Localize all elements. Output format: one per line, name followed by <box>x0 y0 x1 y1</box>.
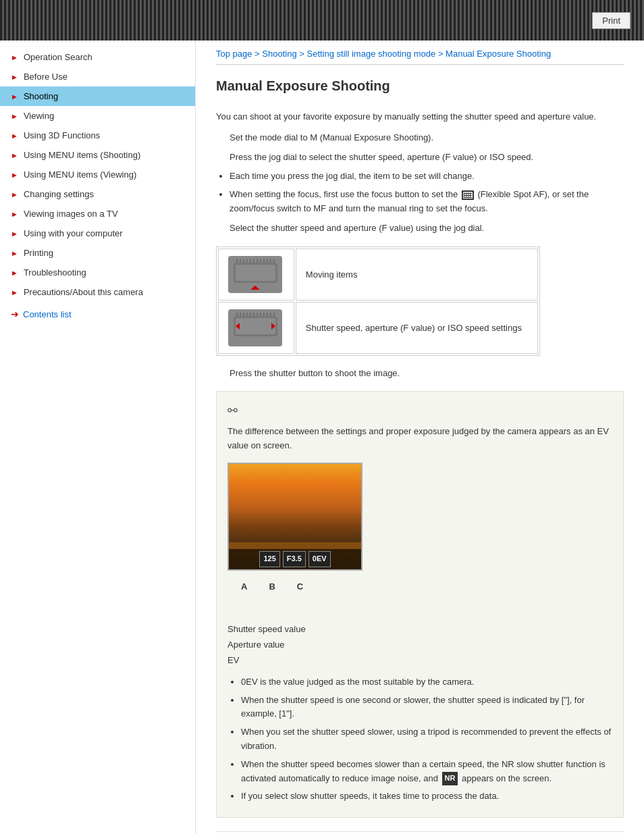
arrow-icon: ► <box>11 210 18 218</box>
page-title: Manual Exposure Shooting <box>216 78 624 99</box>
sidebar-item-label: Before Use <box>24 72 68 82</box>
tip-text: The difference between the settings and … <box>227 425 612 453</box>
contents-list-label: Contents list <box>23 309 72 319</box>
sidebar-item-label: Viewing <box>24 111 54 121</box>
badge-shutter: 125 <box>259 551 279 567</box>
sidebar-item-label: Viewing images on a TV <box>24 209 118 219</box>
breadcrumb-manual[interactable]: Manual Exposure Shooting <box>446 49 551 59</box>
page-layout: ► Operation Search ► Before Use ► Shooti… <box>0 41 644 834</box>
camera-display: 125 F3.5 0EV <box>227 463 363 571</box>
nr-icon: NR <box>442 772 458 785</box>
sidebar-item-menu-shooting[interactable]: ► Using MENU items (Shooting) <box>0 145 195 165</box>
arrow-icon: ► <box>11 190 18 199</box>
bullet2-text: When setting the focus, first use the fo… <box>230 189 458 199</box>
flex-spot-icon <box>462 190 474 200</box>
tip-bullet-4: When the shutter speed becomes slower th… <box>241 758 612 786</box>
svg-rect-1 <box>236 265 275 281</box>
tip-bullets: 0EV is the value judged as the most suit… <box>241 675 612 804</box>
arrow-icon: ► <box>11 249 18 257</box>
sidebar-item-label: Troubleshooting <box>24 267 86 278</box>
arrow-icon: ► <box>11 269 18 277</box>
bullet1-text: Each time you press the jog dial, the it… <box>230 171 475 181</box>
table-cell-text1: Moving items <box>296 249 538 301</box>
label-b: B <box>269 580 275 594</box>
sidebar-item-label: Shooting <box>24 91 58 101</box>
tip-icon: ⚯ <box>227 401 612 421</box>
bullet-item-1: Each time you press the jog dial, the it… <box>230 170 624 184</box>
print-button[interactable]: Print <box>592 12 630 29</box>
step2-label: Press the jog dial to select the shutter… <box>230 152 533 162</box>
horizon-line <box>229 517 361 517</box>
svg-marker-14 <box>250 286 260 290</box>
breadcrumb-shooting[interactable]: Shooting <box>262 49 296 59</box>
sidebar-item-troubleshooting[interactable]: ► Troubleshooting <box>0 263 195 282</box>
tip-bullet-1: 0EV is the value judged as the most suit… <box>241 675 612 689</box>
arrow-icon: ► <box>11 73 18 81</box>
svg-rect-16 <box>236 318 275 334</box>
sidebar-item-operation-search[interactable]: ► Operation Search <box>0 47 195 67</box>
tip-bullet-4b-text: appears on the screen. <box>462 773 552 783</box>
table-row-1: Moving items <box>218 249 538 301</box>
contents-arrow-icon: ➔ <box>11 309 19 319</box>
tip-bullet-5-text: If you select slow shutter speeds, it ta… <box>241 791 499 801</box>
tip-bullet-2-text: When the shutter speed is one second or … <box>241 695 585 719</box>
label-a: A <box>241 580 247 594</box>
step1-label: Set the mode dial to M (Manual Exposure … <box>230 132 433 142</box>
arrow-icon: ► <box>11 151 18 159</box>
arrow-icon: ► <box>11 132 18 140</box>
breadcrumb-top[interactable]: Top page <box>216 49 252 59</box>
arrow-icon: ► <box>11 112 18 120</box>
step2-bullets: Each time you press the jog dial, the it… <box>230 170 624 215</box>
breadcrumb-sep2: > <box>297 49 307 59</box>
dial-table: Moving items <box>216 246 540 356</box>
step3-text: Select the shutter speed and aperture (F… <box>230 221 624 236</box>
table-row-2: Shutter speed, aperture (F value) or ISO… <box>218 302 538 354</box>
dial-image-1 <box>228 256 282 293</box>
ev-label: EV <box>227 652 612 668</box>
sidebar-item-before-use[interactable]: ► Before Use <box>0 67 195 86</box>
label-c: C <box>297 580 303 594</box>
page-number: 68 <box>216 831 624 834</box>
sidebar-item-label: Operation Search <box>24 52 92 62</box>
value-labels: Shutter speed value Aperture value EV <box>227 621 612 669</box>
step2-text: Press the jog dial to select the shutter… <box>230 151 624 165</box>
sky-gradient <box>229 464 361 542</box>
main-content: Top page > Shooting > Setting still imag… <box>196 41 644 834</box>
step4-label: Press the shutter button to shoot the im… <box>230 368 400 378</box>
table-cell-dial2 <box>218 302 294 354</box>
breadcrumb: Top page > Shooting > Setting still imag… <box>216 41 624 65</box>
tip-box: ⚯ The difference between the settings an… <box>216 391 624 818</box>
tip-bullet-3-text: When you set the shutter speed slower, u… <box>241 727 611 751</box>
sidebar-item-menu-viewing[interactable]: ► Using MENU items (Viewing) <box>0 165 195 184</box>
contents-list-link[interactable]: ➔ Contents list <box>0 302 195 326</box>
sidebar-item-precautions[interactable]: ► Precautions/About this camera <box>0 282 195 302</box>
tip-bullet-5: If you select slow shutter speeds, it ta… <box>241 789 612 804</box>
tip-bullet-1-text: 0EV is the value judged as the most suit… <box>241 677 474 687</box>
badge-aperture: F3.5 <box>283 551 306 567</box>
display-overlay: 125 F3.5 0EV <box>229 549 361 569</box>
sidebar-item-3d[interactable]: ► Using 3D Functions <box>0 126 195 145</box>
badge-ev: 0EV <box>308 551 331 567</box>
arrow-icon: ► <box>11 53 18 61</box>
sidebar-item-changing-settings[interactable]: ► Changing settings <box>0 184 195 204</box>
sidebar-item-shooting[interactable]: ► Shooting <box>0 86 195 106</box>
camera-display-wrapper: 125 F3.5 0EV A B C <box>227 463 612 594</box>
sidebar-item-label: Printing <box>24 248 53 258</box>
sidebar-item-label: Using MENU items (Shooting) <box>24 150 140 160</box>
breadcrumb-sep3: > <box>435 49 446 59</box>
breadcrumb-sep1: > <box>252 49 263 59</box>
sidebar-item-computer[interactable]: ► Using with your computer <box>0 224 195 243</box>
sidebar-item-viewing[interactable]: ► Viewing <box>0 106 195 126</box>
sidebar-item-label: Using with your computer <box>24 228 123 238</box>
sidebar-item-viewing-tv[interactable]: ► Viewing images on a TV <box>0 204 195 224</box>
step4-text: Press the shutter button to shoot the im… <box>230 367 624 381</box>
step1-text: Set the mode dial to M (Manual Exposure … <box>230 131 624 145</box>
arrow-icon: ► <box>11 288 18 296</box>
breadcrumb-setting[interactable]: Setting still image shooting mode <box>306 49 435 59</box>
sidebar-item-printing[interactable]: ► Printing <box>0 243 195 263</box>
tip-bullet-2: When the shutter speed is one second or … <box>241 694 612 722</box>
step3-label: Select the shutter speed and aperture (F… <box>230 223 484 233</box>
sidebar-item-label: Using MENU items (Viewing) <box>24 170 136 180</box>
arrow-icon: ► <box>11 93 18 101</box>
arrow-icon: ► <box>11 171 18 179</box>
